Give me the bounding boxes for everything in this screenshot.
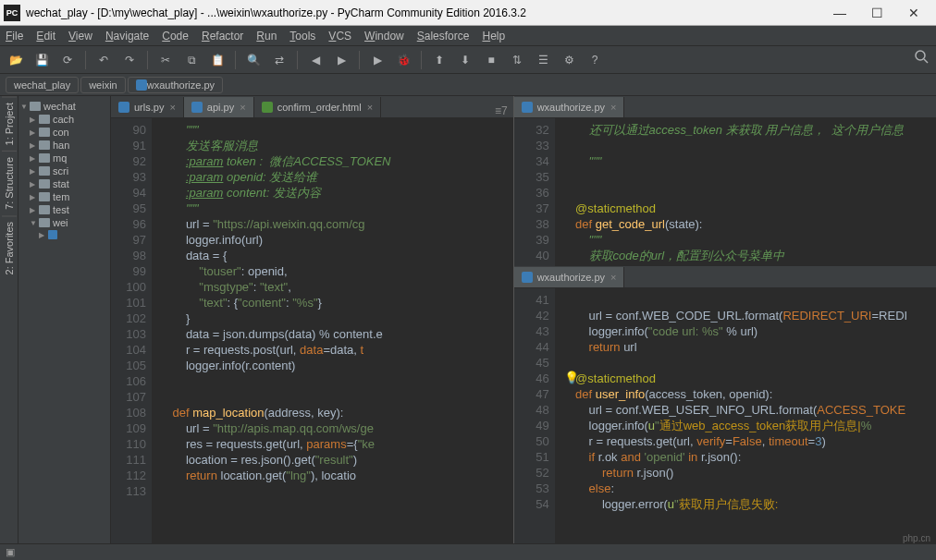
menu-code[interactable]: Code: [162, 30, 189, 43]
tool-tab-favorites[interactable]: 2: Favorites: [2, 215, 17, 280]
tree-node-han[interactable]: ▶han: [18, 139, 110, 152]
folder-icon: [39, 128, 50, 137]
save-icon[interactable]: 💾: [31, 50, 52, 70]
tree-arrow-icon[interactable]: ▶: [30, 116, 39, 124]
menu-tools[interactable]: Tools: [289, 30, 315, 43]
python-icon: [191, 102, 203, 113]
breadcrumb-weixin[interactable]: weixin: [80, 77, 126, 93]
menu-edit[interactable]: Edit: [36, 30, 55, 43]
menu-run[interactable]: Run: [256, 30, 277, 43]
code-bot-right[interactable]: url = conf.WEB_CODE_URL.format(REDIRECT_…: [555, 288, 936, 543]
paste-icon[interactable]: 📋: [207, 50, 228, 70]
run-icon[interactable]: ▶: [367, 50, 388, 70]
forward-icon[interactable]: ▶: [331, 50, 351, 70]
maximize-button[interactable]: ☐: [858, 2, 895, 24]
project-tree[interactable]: ▼wechat▶cach▶con▶han▶mq▶scri▶stat▶tem▶te…: [18, 96, 111, 543]
watermark: php.cn: [903, 533, 930, 543]
back-icon[interactable]: ◀: [305, 50, 326, 70]
tab-row-left: urls.py×api.py×confirm_order.html×≡7: [111, 96, 513, 118]
tree-node-tem[interactable]: ▶tem: [18, 190, 110, 203]
help-icon[interactable]: ?: [585, 50, 605, 70]
menu-refactor[interactable]: Refactor: [202, 30, 243, 43]
tree-node-item[interactable]: ▶: [18, 229, 110, 240]
menu-file[interactable]: File: [6, 30, 23, 43]
vcs-up-icon[interactable]: ⬆: [429, 50, 450, 70]
vcs-down-icon[interactable]: ⬇: [455, 50, 475, 70]
code-area-left[interactable]: 9091929394959697989910010110210310410510…: [111, 118, 513, 543]
menu-window[interactable]: Window: [364, 30, 404, 43]
tree-arrow-icon[interactable]: ▶: [30, 206, 39, 214]
code-area-bot-right[interactable]: 💡 4142434445464748495051525354 url = con…: [514, 288, 936, 543]
breadcrumb-wechat_play[interactable]: wechat_play: [6, 77, 79, 93]
tab-label: wxauthorize.py: [537, 272, 605, 283]
tab-confirm_order-html[interactable]: confirm_order.html×: [254, 97, 382, 117]
intention-bulb-icon[interactable]: 💡: [564, 370, 579, 385]
tree-arrow-icon[interactable]: ▶: [30, 167, 39, 176]
code-left[interactable]: """ 发送客服消息 :param token : 微信ACCESS_TOKEN…: [152, 118, 513, 543]
code-top-right[interactable]: 还可以通过access_token 来获取 用户信息， 这个用户信息 """ @…: [555, 118, 936, 266]
open-icon[interactable]: 📂: [6, 50, 26, 70]
gutter-top-right: 323334353637383940: [514, 118, 555, 266]
menu-salesforce[interactable]: Salesforce: [417, 30, 470, 43]
breadcrumb-wxauthorize.py[interactable]: wxauthorize.py: [128, 77, 223, 93]
tab-wxauthorize-py[interactable]: wxauthorize.py×: [514, 267, 625, 287]
stop-icon[interactable]: ■: [481, 50, 501, 70]
status-item[interactable]: ▣: [6, 546, 15, 558]
close-button[interactable]: ✕: [895, 2, 932, 24]
menu-view[interactable]: View: [68, 30, 92, 43]
tree-arrow-icon[interactable]: ▼: [20, 103, 30, 111]
menu-navigate[interactable]: Navigate: [105, 30, 149, 43]
tree-arrow-icon[interactable]: ▶: [30, 154, 39, 163]
breadcrumb-label: weixin: [89, 79, 117, 91]
tree-node-test[interactable]: ▶test: [18, 203, 110, 216]
tree-node-con[interactable]: ▶con: [18, 126, 110, 139]
undo-icon[interactable]: ↶: [93, 50, 114, 70]
tree-node-wei[interactable]: ▼wei: [18, 216, 110, 229]
code-area-top-right[interactable]: 323334353637383940 还可以通过access_token 来获取…: [514, 118, 936, 266]
minimize-button[interactable]: —: [821, 2, 858, 24]
breadcrumb-bar: wechat_playweixinwxauthorize.py: [0, 74, 936, 96]
tree-arrow-icon[interactable]: ▶: [30, 193, 39, 201]
tree-node-wechat[interactable]: ▼wechat: [18, 100, 110, 113]
search-icon[interactable]: [914, 49, 929, 67]
tree-arrow-icon[interactable]: ▶: [30, 141, 39, 150]
menubar: FileEditViewNavigateCodeRefactorRunTools…: [0, 26, 936, 46]
tab-close-icon[interactable]: ×: [240, 102, 245, 113]
compare-icon[interactable]: ⇅: [507, 50, 527, 70]
tree-arrow-icon[interactable]: ▶: [39, 231, 48, 239]
tree-node-mq[interactable]: ▶mq: [18, 152, 110, 164]
tab-close-icon[interactable]: ×: [610, 272, 616, 283]
tab-close-icon[interactable]: ×: [610, 102, 616, 113]
cut-icon[interactable]: ✂: [155, 50, 176, 70]
tab-label: urls.py: [134, 102, 164, 113]
tool-tab-project[interactable]: 1: Project: [2, 96, 17, 151]
tab-overflow[interactable]: ≡7: [489, 104, 513, 117]
menu-vcs[interactable]: VCS: [328, 30, 351, 43]
copy-icon[interactable]: ⧉: [181, 50, 202, 70]
debug-icon[interactable]: 🐞: [393, 50, 413, 70]
tool-tab-structure[interactable]: 7: Structure: [2, 151, 17, 215]
sync-icon[interactable]: ⟳: [57, 50, 78, 70]
tree-node-cach[interactable]: ▶cach: [18, 113, 110, 126]
tree-node-stat[interactable]: ▶stat: [18, 177, 110, 190]
tree-label: stat: [53, 178, 69, 189]
settings-icon[interactable]: ⚙: [559, 50, 579, 70]
tab-close-icon[interactable]: ×: [169, 102, 175, 113]
tab-urls-py[interactable]: urls.py×: [111, 97, 184, 117]
structure-icon[interactable]: ☰: [533, 50, 553, 70]
tree-arrow-icon[interactable]: ▶: [30, 180, 39, 189]
redo-icon[interactable]: ↷: [119, 50, 140, 70]
tree-arrow-icon[interactable]: ▶: [30, 128, 39, 137]
titlebar: PC wechat_play - [D:\my\wechat_play] - .…: [0, 0, 936, 26]
tree-arrow-icon[interactable]: ▼: [30, 219, 39, 227]
folder-icon: [39, 166, 50, 176]
tree-node-scri[interactable]: ▶scri: [18, 164, 110, 177]
find-icon[interactable]: 🔍: [243, 50, 264, 70]
menu-help[interactable]: Help: [482, 30, 505, 43]
tab-wxauthorize-py[interactable]: wxauthorize.py×: [514, 97, 625, 117]
folder-icon: [39, 218, 50, 227]
tab-close-icon[interactable]: ×: [367, 102, 373, 113]
folder-icon: [39, 205, 50, 214]
tab-api-py[interactable]: api.py×: [184, 97, 254, 117]
replace-icon[interactable]: ⇄: [269, 50, 289, 70]
